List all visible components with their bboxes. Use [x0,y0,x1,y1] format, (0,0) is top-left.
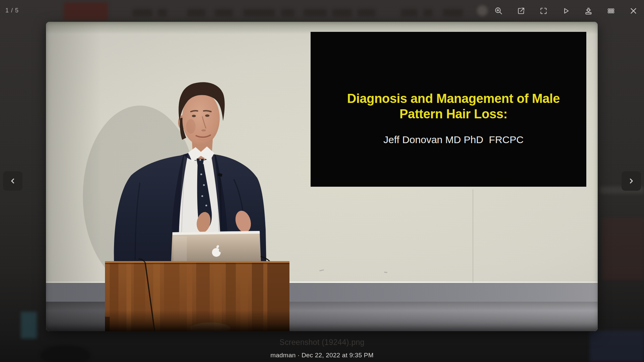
open-in-new-button[interactable] [514,4,528,17]
slideshow-button[interactable] [559,4,573,17]
zoom-in-button[interactable] [492,4,505,17]
presenter-scene [46,22,598,331]
open-in-new-icon [517,6,526,15]
download-icon [584,6,593,15]
fullscreen-icon [539,6,548,15]
play-icon [561,6,571,15]
underlay-shape [64,2,108,20]
underlay-shape [21,312,37,339]
download-button[interactable] [582,4,595,17]
close-icon [629,6,638,15]
photo-caption: madman · Dec 22, 2022 at 9:35 PM [0,352,644,359]
grid-button[interactable] [604,4,618,17]
underlay-shape [304,9,327,17]
previous-image-button[interactable] [3,171,22,191]
underlay-shape [243,9,275,17]
viewer-toolbar [492,4,640,17]
underlay-shape [602,218,644,280]
podium [105,259,289,331]
chevron-right-icon [627,177,636,185]
underlay-shape [132,9,153,17]
underlay-shape [423,9,433,17]
underlay-shape [187,9,206,17]
photo[interactable]: Diagnosis and Management of Male Pattern… [46,22,598,331]
underlay-avatar [477,5,488,16]
image-counter: 1 / 5 [5,7,19,14]
next-image-button[interactable] [622,171,641,191]
underlay-shape [215,9,233,17]
underlay-shape [401,9,418,17]
underlay-shape [332,9,352,17]
underlay-shape [443,9,463,17]
image-viewer-overlay: Screenshot (19244).png 1 / 5 [0,0,644,362]
laptop [171,231,270,262]
grid-icon [606,6,615,15]
underlay-shape [357,9,376,17]
chevron-left-icon [8,177,17,185]
fullscreen-button[interactable] [537,4,550,17]
close-button[interactable] [627,4,640,17]
background-filename: Screenshot (19244).png [0,338,644,347]
underlay-shape [281,9,294,17]
underlay-shape [158,9,167,17]
zoom-in-icon [494,6,503,15]
